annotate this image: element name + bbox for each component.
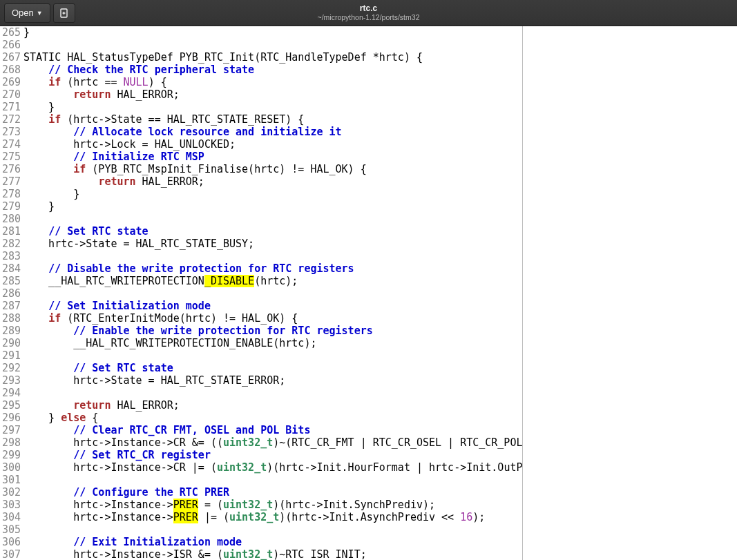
- code-line[interactable]: 283: [0, 250, 522, 262]
- code-line[interactable]: 272 if (hrtc->State == HAL_RTC_STATE_RES…: [0, 113, 522, 126]
- code-line[interactable]: 293 hrtc->State = HAL_RTC_STATE_ERROR;: [0, 374, 522, 387]
- code-line[interactable]: 275 // Initialize RTC MSP: [0, 151, 522, 163]
- code-line[interactable]: 301: [0, 474, 522, 486]
- code-text: // Set RTC state: [21, 362, 173, 374]
- line-number: 293: [0, 374, 21, 387]
- code-line[interactable]: 285 __HAL_RTC_WRITEPROTECTION_DISABLE(hr…: [0, 275, 522, 287]
- code-pane[interactable]: 265}266267STATIC HAL_StatusTypeDef PYB_R…: [0, 26, 522, 560]
- code-line[interactable]: 270 return HAL_ERROR;: [0, 88, 522, 101]
- code-text: [21, 523, 23, 536]
- new-document-icon: [59, 8, 70, 19]
- code-text: return HAL_ERROR;: [21, 399, 180, 412]
- code-text: hrtc->Instance->PRER = (uint32_t)(hrtc->…: [21, 499, 435, 511]
- line-number: 284: [0, 262, 21, 275]
- line-number: 292: [0, 362, 21, 374]
- code-text: // Exit Initialization mode: [21, 536, 242, 548]
- code-line[interactable]: 287 // Set Initialization mode: [0, 300, 522, 312]
- code-text: [21, 287, 23, 300]
- code-line[interactable]: 286: [0, 287, 522, 300]
- code-line[interactable]: 271 }: [0, 101, 522, 113]
- code-line[interactable]: 288 if (RTC_EnterInitMode(hrtc) != HAL_O…: [0, 312, 522, 325]
- code-line[interactable]: 280: [0, 213, 522, 225]
- code-line[interactable]: 290 __HAL_RTC_WRITEPROTECTION_ENABLE(hrt…: [0, 337, 522, 349]
- code-line[interactable]: 305: [0, 523, 522, 536]
- new-tab-button[interactable]: [53, 3, 75, 23]
- line-number: 272: [0, 113, 21, 126]
- code-line[interactable]: 289 // Enable the write protection for R…: [0, 325, 522, 337]
- code-text: [21, 250, 23, 262]
- code-line[interactable]: 292 // Set RTC state: [0, 362, 522, 374]
- code-text: [21, 349, 23, 362]
- line-number: 304: [0, 511, 21, 523]
- line-number: 297: [0, 424, 21, 436]
- line-number: 279: [0, 200, 21, 213]
- line-number: 307: [0, 548, 21, 560]
- code-text: // Clear RTC_CR FMT, OSEL and POL Bits: [21, 424, 310, 436]
- line-number: 282: [0, 238, 21, 250]
- code-line[interactable]: 298 hrtc->Instance->CR &= ((uint32_t)~(R…: [0, 436, 522, 449]
- code-text: // Set Initialization mode: [21, 300, 211, 312]
- line-number: 269: [0, 76, 21, 88]
- line-number: 299: [0, 449, 21, 461]
- title-center: rtc.c ~/micropython-1.12/ports/stm32: [318, 3, 420, 22]
- code-line[interactable]: 282 hrtc->State = HAL_RTC_STATE_BUSY;: [0, 238, 522, 250]
- code-line[interactable]: 302 // Configure the RTC PRER: [0, 486, 522, 499]
- code-text: // Check the RTC peripheral state: [21, 64, 254, 76]
- code-line[interactable]: 266: [0, 39, 522, 51]
- line-number: 280: [0, 213, 21, 225]
- secondary-pane: [523, 26, 737, 560]
- code-text: __HAL_RTC_WRITEPROTECTION_DISABLE(hrtc);: [21, 275, 298, 287]
- code-line[interactable]: 277 return HAL_ERROR;: [0, 175, 522, 188]
- line-number: 295: [0, 399, 21, 412]
- code-line[interactable]: 269 if (hrtc == NULL) {: [0, 76, 522, 88]
- code-line[interactable]: 306 // Exit Initialization mode: [0, 536, 522, 548]
- code-line[interactable]: 274 hrtc->Lock = HAL_UNLOCKED;: [0, 138, 522, 151]
- line-number: 267: [0, 51, 21, 64]
- open-button-label: Open: [12, 8, 34, 18]
- line-number: 300: [0, 461, 21, 474]
- code-text: } else {: [21, 412, 98, 424]
- line-number: 301: [0, 474, 21, 486]
- line-number: 289: [0, 325, 21, 337]
- code-text: }: [21, 188, 79, 200]
- code-line[interactable]: 281 // Set RTC state: [0, 225, 522, 238]
- code-text: [21, 39, 23, 51]
- code-line[interactable]: 268 // Check the RTC peripheral state: [0, 64, 522, 76]
- code-line[interactable]: 265}: [0, 26, 522, 39]
- code-line[interactable]: 300 hrtc->Instance->CR |= (uint32_t)(hrt…: [0, 461, 522, 474]
- line-number: 266: [0, 39, 21, 51]
- code-line[interactable]: 291: [0, 349, 522, 362]
- code-line[interactable]: 303 hrtc->Instance->PRER = (uint32_t)(hr…: [0, 499, 522, 511]
- line-number: 302: [0, 486, 21, 499]
- code-line[interactable]: 278 }: [0, 188, 522, 200]
- code-line[interactable]: 307 hrtc->Instance->ISR &= (uint32_t)~RT…: [0, 548, 522, 560]
- line-number: 298: [0, 436, 21, 449]
- code-line[interactable]: 267STATIC HAL_StatusTypeDef PYB_RTC_Init…: [0, 51, 522, 64]
- line-number: 303: [0, 499, 21, 511]
- code-text: __HAL_RTC_WRITEPROTECTION_ENABLE(hrtc);: [21, 337, 316, 349]
- code-text: hrtc->Instance->CR |= (uint32_t)(hrtc->I…: [21, 461, 522, 474]
- code-text: // Configure the RTC PRER: [21, 486, 229, 499]
- code-line[interactable]: 279 }: [0, 200, 522, 213]
- code-text: hrtc->Instance->CR &= ((uint32_t)~(RTC_C…: [21, 436, 522, 449]
- code-line[interactable]: 304 hrtc->Instance->PRER |= (uint32_t)(h…: [0, 511, 522, 523]
- open-button[interactable]: Open ▼: [4, 3, 50, 23]
- line-number: 296: [0, 412, 21, 424]
- code-line[interactable]: 296 } else {: [0, 412, 522, 424]
- code-text: // Set RTC state: [21, 225, 149, 238]
- code-line[interactable]: 284 // Disable the write protection for …: [0, 262, 522, 275]
- line-number: 290: [0, 337, 21, 349]
- code-text: hrtc->Instance->ISR &= (uint32_t)~RTC_IS…: [21, 548, 367, 560]
- code-line[interactable]: 276 if (PYB_RTC_MspInit_Finalise(hrtc) !…: [0, 163, 522, 175]
- code-text: }: [21, 101, 55, 113]
- code-line[interactable]: 297 // Clear RTC_CR FMT, OSEL and POL Bi…: [0, 424, 522, 436]
- code-line[interactable]: 299 // Set RTC_CR register: [0, 449, 522, 461]
- code-line[interactable]: 294: [0, 387, 522, 399]
- code-line[interactable]: 273 // Allocate lock resource and initia…: [0, 126, 522, 138]
- line-number: 285: [0, 275, 21, 287]
- line-number: 268: [0, 64, 21, 76]
- code-text: if (PYB_RTC_MspInit_Finalise(hrtc) != HA…: [21, 163, 367, 175]
- code-text: // Initialize RTC MSP: [21, 151, 204, 163]
- code-text: [21, 474, 23, 486]
- code-line[interactable]: 295 return HAL_ERROR;: [0, 399, 522, 412]
